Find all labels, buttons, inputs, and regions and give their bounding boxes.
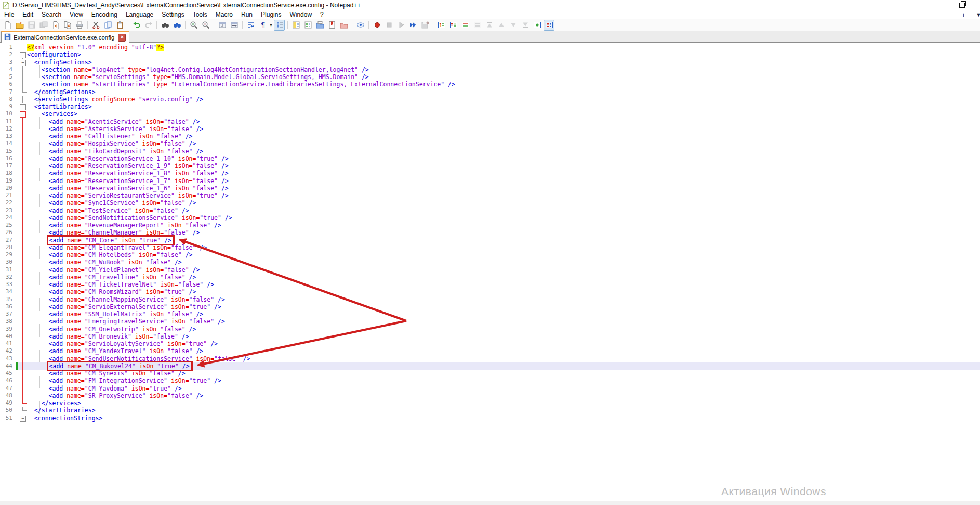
menu-edit[interactable]: Edit [18,11,37,18]
first-diff-icon[interactable] [484,20,495,31]
code-line-49[interactable]: 49 </services> [0,399,980,407]
code-line-23[interactable]: 23 <add name="TestService" isOn="false" … [0,207,980,214]
menu-window[interactable]: Window [285,11,316,18]
code-line-15[interactable]: 15 <add name="IikoCardDeposit" isOn="fal… [0,148,980,155]
minimize-button[interactable]: — [929,0,947,10]
code-line-40[interactable]: 40 <add name="CM_Bronevik" isOn="false" … [0,333,980,340]
find-icon[interactable] [160,20,170,31]
fold-margin[interactable]: − [19,110,27,118]
menu-macro[interactable]: Macro [211,11,237,18]
compare-selected-icon[interactable] [460,20,471,31]
code-line-7[interactable]: 7 </configSections> [0,88,980,96]
menu-language[interactable]: Language [122,11,157,18]
code-line-45[interactable]: 45 <add name="CM_Synexis" isOn="false" /… [0,370,980,377]
file-browser-icon[interactable] [338,20,349,31]
code-line-22[interactable]: 22 <add name="Sync1CService" isOn="false… [0,199,980,206]
next-diff-icon[interactable] [508,20,519,31]
close-all-icon[interactable] [62,20,73,31]
folder-as-workspace-icon[interactable] [314,20,325,31]
show-all-characters-icon-caret[interactable]: ▼ [269,23,273,27]
code-line-12[interactable]: 12 <add name="AsteriskService" isOn="fal… [0,125,980,133]
code-line-1[interactable]: 1<?xml version="1.0" encoding="utf-8"?> [0,44,980,51]
code-line-34[interactable]: 34 <add name="CM_RoomsWizard" isOn="true… [0,288,980,295]
copy-icon[interactable] [102,20,113,31]
code-line-42[interactable]: 42 <add name="CM_YandexTravel" isOn="fal… [0,347,980,355]
code-line-32[interactable]: 32 <add name="CM_Travelline" isOn="false… [0,274,980,281]
print-icon[interactable] [74,20,85,31]
code-line-13[interactable]: 13 <add name="CallListener" isOn="false"… [0,133,980,140]
code-line-18[interactable]: 18 <add name="ReservationService_1_8" is… [0,170,980,177]
tab-externalconnectionservice[interactable]: ExternalConnectionService.exe.config ✕ [1,31,129,43]
prev-diff-icon[interactable] [496,20,507,31]
fold-margin[interactable]: − [19,103,27,110]
code-line-28[interactable]: 28 <add name="CM_ElegantTravel" isOn="fa… [0,244,980,251]
code-line-20[interactable]: 20 <add name="ReservationService_1_6" is… [0,185,980,192]
undo-icon[interactable] [131,20,142,31]
code-line-3[interactable]: 3− <configSections> [0,59,980,66]
code-line-38[interactable]: 38 <add name="EmergingTravelService" isO… [0,318,980,325]
code-line-6[interactable]: 6 <section name="startLibraries" type="E… [0,81,980,88]
compare-nav-bar-icon[interactable] [532,20,542,31]
code-line-39[interactable]: 39 <add name="CM_OneTwoTrip" isOn="false… [0,326,980,333]
code-line-16[interactable]: 16 <add name="ReservationService_1_10" i… [0,155,980,162]
code-line-27[interactable]: 27 <add name="CM_Core" isOn="true" /> [0,237,980,244]
fold-margin[interactable]: − [19,51,27,58]
cut-icon[interactable] [90,20,101,31]
menu-file[interactable]: File [0,11,18,18]
menu-help[interactable]: ? [316,11,328,18]
menu-tools[interactable]: Tools [189,11,211,18]
new-tab-button[interactable]: + [961,10,965,19]
code-line-48[interactable]: 48 <add name="SR_ProxyService" isOn="fal… [0,392,980,399]
code-line-29[interactable]: 29 <add name="CM_Hotelbeds" isOn="false"… [0,251,980,258]
paste-icon[interactable] [114,20,125,31]
code-line-44[interactable]: 44 <add name="CM_Bukovel24" isOn="true" … [0,362,980,370]
zoom-in-icon[interactable] [188,20,199,31]
zoom-out-icon[interactable] [200,20,211,31]
menu-view[interactable]: View [65,11,87,18]
compare-icon[interactable] [448,20,459,31]
menu-encoding[interactable]: Encoding [87,11,122,18]
code-line-31[interactable]: 31 <add name="CM_YieldPlanet" isOn="fals… [0,266,980,274]
code-line-37[interactable]: 37 <add name="SSM_HotelMatrix" isOn="fal… [0,310,980,318]
view-monitoring-icon[interactable] [355,20,366,31]
code-line-46[interactable]: 46 <add name="FM_IntegrationService" isO… [0,377,980,384]
compare-settings-icon[interactable] [544,20,554,31]
menu-plugins[interactable]: Plugins [257,11,285,18]
close-icon[interactable] [50,20,61,31]
code-line-33[interactable]: 33 <add name="CM_TicketTravelNet" isOn="… [0,281,980,288]
code-line-24[interactable]: 24 <add name="SendNotificationsService" … [0,214,980,222]
tab-close-icon[interactable]: ✕ [118,34,126,42]
code-line-51[interactable]: 51− <connectionStrings> [0,415,980,422]
code-line-2[interactable]: 2−<configuration> [0,51,980,58]
word-wrap-icon[interactable] [245,20,256,31]
macro-record-icon[interactable] [372,20,382,31]
document-map-icon[interactable] [290,20,301,31]
replace-icon[interactable] [171,20,182,31]
macro-run-multiple-icon[interactable] [407,20,418,31]
menu-search[interactable]: Search [37,11,65,18]
sync-horizontal-scroll-icon[interactable] [229,20,240,31]
code-line-41[interactable]: 41 <add name="ServioLoyaltyService" isOn… [0,340,980,347]
code-line-9[interactable]: 9− <startLibraries> [0,103,980,110]
last-diff-icon[interactable] [520,20,531,31]
open-file-icon[interactable] [14,20,25,31]
code-line-36[interactable]: 36 <add name="ServioExternalService" isO… [0,303,980,310]
macro-playback-icon[interactable] [395,20,406,31]
redo-icon[interactable] [143,20,154,31]
compare-set-first-icon[interactable]: 1 [436,20,447,31]
compare-clear-icon[interactable] [472,20,483,31]
save-icon[interactable] [26,20,37,31]
macro-save-icon[interactable] [419,20,430,31]
menu-settings[interactable]: Settings [157,11,188,18]
sync-vertical-scroll-icon[interactable] [217,20,228,31]
code-line-5[interactable]: 5 <section name="servioSettings" type="H… [0,73,980,81]
code-line-17[interactable]: 17 <add name="ReservationService_1_9" is… [0,162,980,170]
code-line-14[interactable]: 14 <add name="HospixService" isOn="false… [0,140,980,147]
save-all-icon[interactable] [38,20,49,31]
menu-run[interactable]: Run [237,11,257,18]
code-line-11[interactable]: 11 <add name="AcenticService" isOn="fals… [0,118,980,125]
code-line-30[interactable]: 30 <add name="CM_WuBook" isOn="false" /> [0,258,980,266]
indent-guide-icon[interactable] [274,20,285,31]
fold-margin[interactable]: − [19,415,27,422]
code-line-19[interactable]: 19 <add name="ReservationService_1_7" is… [0,177,980,185]
